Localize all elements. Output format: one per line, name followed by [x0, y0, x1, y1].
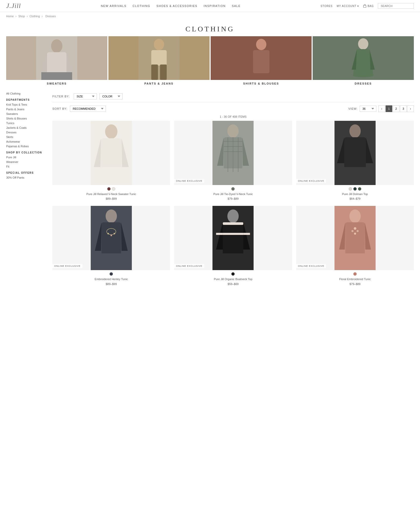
- product-image: ONLINE EXCLUSIVE: [174, 121, 292, 185]
- bag-icon: [363, 4, 367, 8]
- header: J.Jill NEW ARRIVALSCLOTHINGSHOES & ACCES…: [0, 0, 420, 12]
- sidebar-dept-skirts[interactable]: Skirts: [6, 135, 47, 139]
- page-1-btn[interactable]: 1: [386, 105, 392, 112]
- svg-point-2: [51, 39, 62, 53]
- svg-point-22: [105, 124, 117, 139]
- next-page-btn[interactable]: ›: [407, 105, 414, 112]
- product-card[interactable]: ONLINE EXCLUSIVE Embroidered Henley Tuni…: [52, 206, 170, 287]
- product-area: FILTER BY: SIZE XSSMLXL1X2X3X COLOR Blac…: [52, 91, 414, 287]
- product-name: Pure Jill Tie-Dyed V-Neck Tunic: [174, 192, 292, 197]
- breadcrumb: Home › Shop › Clothing › Dresses: [0, 12, 420, 20]
- product-image: ONLINE EXCLUSIVE: [174, 206, 292, 270]
- sort-view-bar: SORT BY: RECOMMENDED Newest Price: Low t…: [52, 103, 414, 114]
- sidebar-dept-sweaters[interactable]: Sweaters: [6, 112, 47, 116]
- product-card[interactable]: ONLINE EXCLUSIVE Pure Jill Organic Boatn…: [174, 206, 292, 287]
- breadcrumb-shop[interactable]: Shop: [18, 15, 25, 18]
- color-swatch[interactable]: [231, 272, 235, 276]
- breadcrumb-home[interactable]: Home: [6, 15, 14, 18]
- bag-link[interactable]: BAG: [363, 4, 374, 8]
- account-link[interactable]: MY ACCOUNT ▾: [337, 5, 359, 7]
- product-card[interactable]: ONLINE EXCLUSIVE Pure Jill Dolman Top $6…: [296, 121, 414, 202]
- online-exclusive-badge: ONLINE EXCLUSIVE: [174, 264, 204, 268]
- color-filter[interactable]: COLOR BlackWhiteBlueGrayGreenPink: [99, 93, 123, 99]
- svg-rect-74: [339, 253, 371, 270]
- product-name: Floral Embroidered Tunic: [296, 277, 414, 282]
- sidebar-offer-30%-off-pants[interactable]: 30% Off Pants: [6, 175, 47, 180]
- sidebar-coll-pure-jill[interactable]: Pure Jill: [6, 155, 47, 160]
- product-price: $89–$99: [52, 282, 170, 287]
- nav-item-inspiration[interactable]: INSPIRATION: [203, 4, 226, 7]
- page-title: CLOTHING: [0, 20, 420, 36]
- svg-rect-3: [47, 52, 67, 74]
- page-3-btn[interactable]: 3: [400, 105, 407, 112]
- svg-rect-63: [243, 233, 250, 235]
- items-count: 1 - 36 OF 408 ITEMS: [52, 114, 414, 121]
- svg-point-46: [106, 209, 117, 223]
- nav-item-sale[interactable]: SALE: [232, 4, 240, 7]
- sidebar-offers-title: SPECIAL OFFERS: [6, 169, 47, 175]
- color-swatch[interactable]: [349, 187, 352, 191]
- category-banner-shirts-blouses[interactable]: SHIRTS & BLOUSES: [211, 36, 312, 86]
- sidebar-all-clothing[interactable]: All Clothing: [6, 91, 47, 96]
- view-select[interactable]: 36 72 108: [360, 106, 376, 112]
- sidebar-coll-wearever[interactable]: Wearever: [6, 160, 47, 164]
- sidebar-dept-pants-jeans[interactable]: Pants & Jeans: [6, 107, 47, 112]
- nav-item-shoes-&-accessories[interactable]: SHOES & ACCESSORIES: [156, 4, 197, 7]
- sidebar-dept-jackets-coats[interactable]: Jackets & Coats: [6, 125, 47, 130]
- sidebar-dept-knit-tops-tees[interactable]: Knit Tops & Tees: [6, 102, 47, 107]
- prev-page-btn[interactable]: ‹: [378, 105, 385, 112]
- sidebar-dept-shirts-blouses[interactable]: Shirts & Blouses: [6, 116, 47, 121]
- main-nav: NEW ARRIVALSCLOTHINGSHOES & ACCESSORIESI…: [101, 4, 241, 7]
- nav-item-new-arrivals[interactable]: NEW ARRIVALS: [101, 4, 127, 7]
- svg-point-52: [110, 235, 112, 236]
- category-banners: SWEATERS PANTS & JEANS SHIRTS & BLOUSES …: [0, 36, 420, 91]
- sort-select[interactable]: RECOMMENDED Newest Price: Low to High Pr…: [70, 106, 106, 112]
- svg-rect-41: [344, 137, 366, 171]
- sidebar-coll-fit[interactable]: Fit: [6, 164, 47, 169]
- svg-point-71: [351, 230, 353, 232]
- product-image: ONLINE EXCLUSIVE: [296, 121, 414, 185]
- svg-point-70: [354, 227, 356, 230]
- category-banner-sweaters[interactable]: SWEATERS: [6, 36, 107, 86]
- product-card[interactable]: Pure Jill Relaxed V-Neck Sweater Tunic $…: [52, 121, 170, 202]
- color-swatch[interactable]: [107, 187, 111, 191]
- filter-divider: [52, 102, 414, 102]
- product-swatches: [52, 270, 170, 277]
- size-filter[interactable]: SIZE XSSMLXL1X2X3X: [74, 93, 97, 99]
- search-input[interactable]: [378, 3, 414, 9]
- category-banner-pants-jeans[interactable]: PANTS & JEANS: [108, 36, 210, 86]
- sidebar-dept-activewear[interactable]: Activewear: [6, 139, 47, 144]
- product-price: $89–$99: [52, 197, 170, 202]
- sidebar-dept-dresses[interactable]: Dresses: [6, 130, 47, 135]
- svg-point-72: [357, 230, 359, 232]
- main-content: All Clothing DEPARTMENTS Knit Tops & Tee…: [0, 91, 420, 287]
- color-swatch[interactable]: [358, 187, 361, 191]
- category-banner-dresses[interactable]: DRESSES: [313, 36, 414, 86]
- page-2-btn[interactable]: 2: [393, 105, 399, 112]
- product-swatches: [174, 185, 292, 192]
- nav-item-clothing[interactable]: CLOTHING: [133, 4, 150, 7]
- product-card[interactable]: ONLINE EXCLUSIVE Pure Jill Tie-Dyed V-Ne…: [174, 121, 292, 202]
- product-card[interactable]: ONLINE EXCLUSIVE Floral Embroidered Tuni…: [296, 206, 414, 287]
- color-swatch[interactable]: [231, 187, 235, 191]
- color-swatch[interactable]: [109, 272, 113, 276]
- svg-rect-6: [41, 72, 72, 80]
- sidebar-dept-pajamas-robes[interactable]: Pajamas & Robes: [6, 144, 47, 149]
- online-exclusive-badge: ONLINE EXCLUSIVE: [296, 179, 326, 183]
- product-swatches: [296, 270, 414, 277]
- svg-point-13: [256, 39, 266, 50]
- product-name: Pure Jill Relaxed V-Neck Sweater Tunic: [52, 192, 170, 197]
- product-name: Pure Jill Dolman Top: [296, 192, 414, 197]
- logo[interactable]: J.Jill: [6, 2, 21, 10]
- stores-link[interactable]: STORES: [321, 5, 333, 7]
- color-swatch[interactable]: [112, 187, 115, 191]
- sidebar-dept-tunics[interactable]: Tunics: [6, 121, 47, 125]
- color-swatch[interactable]: [353, 187, 357, 191]
- online-exclusive-badge: ONLINE EXCLUSIVE: [296, 264, 326, 268]
- color-swatch[interactable]: [353, 272, 357, 276]
- svg-point-51: [107, 233, 109, 234]
- svg-rect-47: [101, 222, 121, 257]
- svg-point-53: [114, 233, 115, 234]
- sort-by-label: SORT BY:: [52, 107, 67, 110]
- breadcrumb-clothing[interactable]: Clothing: [30, 15, 40, 18]
